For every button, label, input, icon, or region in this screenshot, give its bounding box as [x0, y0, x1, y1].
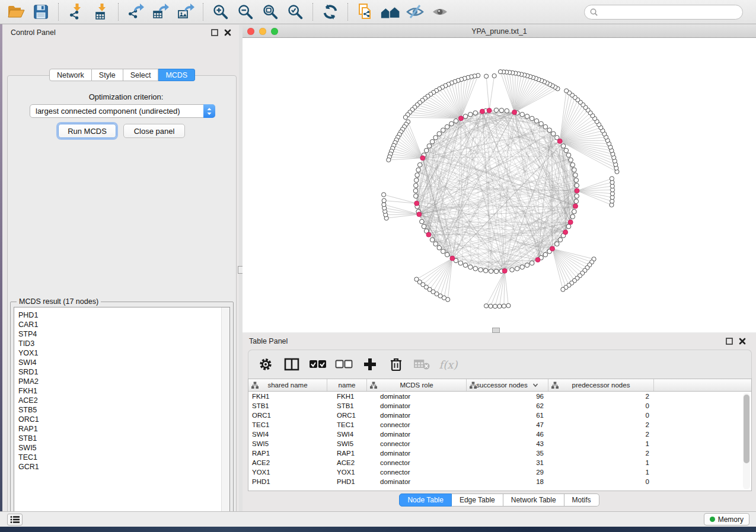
toolbar-button-refresh-layout[interactable] — [318, 1, 343, 23]
table-toolbar-button-check-pair[interactable] — [310, 357, 326, 372]
close-panel-icon[interactable] — [222, 27, 233, 38]
table-cell[interactable]: ORC1 — [327, 411, 367, 420]
mcds-result-item[interactable]: SWI4 — [18, 358, 229, 367]
table-cell[interactable]: 1 — [548, 439, 654, 448]
table-cell[interactable]: FKH1 — [327, 392, 367, 401]
toolbar-button-first-neighbors[interactable] — [378, 1, 403, 23]
table-cell[interactable]: connector — [367, 439, 467, 448]
mcds-result-item[interactable]: YOX1 — [18, 348, 229, 358]
table-cell[interactable]: 0 — [548, 411, 654, 420]
table-cell[interactable]: ACE2 — [248, 458, 327, 467]
toolbar-button-import-table[interactable] — [88, 1, 113, 23]
table-toolbar-button-columns[interactable] — [284, 357, 299, 372]
table-cell[interactable]: TEC1 — [327, 420, 367, 430]
tab-edge-table[interactable]: Edge Table — [452, 493, 503, 507]
mcds-result-item[interactable]: SWI5 — [18, 443, 229, 453]
table-cell[interactable]: PHD1 — [327, 477, 367, 486]
toolbar-button-zoom-selected[interactable] — [283, 1, 308, 23]
network-window-titlebar[interactable]: YPA_prune.txt_1 — [243, 25, 756, 38]
table-cell[interactable]: TEC1 — [248, 420, 327, 430]
table-toolbar-button-plus[interactable] — [362, 357, 378, 372]
optimization-criterion-select[interactable]: largest connected component (undirected) — [30, 104, 215, 118]
table-cell[interactable]: 62 — [467, 401, 548, 411]
column-header-name[interactable]: name — [327, 379, 367, 391]
table-cell[interactable]: SWI4 — [248, 430, 327, 439]
table-cell[interactable]: dominator — [367, 392, 467, 401]
table-cell[interactable]: 0 — [548, 401, 654, 411]
search-box[interactable] — [584, 5, 743, 20]
search-input[interactable] — [602, 7, 742, 18]
table-cell[interactable]: ORC1 — [248, 411, 327, 420]
tab-motifs[interactable]: Motifs — [564, 493, 599, 507]
table-row[interactable]: TEC1TEC1connector472 — [248, 420, 751, 430]
tab-select[interactable]: Select — [123, 69, 159, 81]
toolbar-button-show-all[interactable] — [428, 1, 452, 23]
tab-network-table[interactable]: Network Table — [503, 493, 564, 507]
table-cell[interactable]: PHD1 — [248, 477, 327, 486]
table-cell[interactable]: RAP1 — [327, 448, 367, 458]
mcds-result-item[interactable]: STB1 — [18, 434, 229, 443]
memory-button[interactable]: Memory — [704, 513, 749, 525]
table-scrollbar-thumb[interactable] — [744, 395, 749, 463]
automation-panel-button[interactable] — [7, 514, 23, 525]
mcds-result-item[interactable]: CAR1 — [18, 320, 229, 329]
table-cell[interactable]: 18 — [467, 477, 548, 486]
toolbar-button-zoom-out[interactable] — [233, 1, 258, 23]
table-row[interactable]: FKH1FKH1dominator962 — [248, 392, 751, 401]
table-cell[interactable]: STB1 — [248, 401, 327, 411]
table-cell[interactable]: 31 — [467, 458, 548, 467]
table-scrollbar[interactable] — [743, 393, 750, 489]
network-view-canvas[interactable] — [243, 38, 756, 332]
table-cell[interactable]: 35 — [467, 448, 548, 458]
table-cell[interactable]: 29 — [467, 467, 548, 477]
table-cell[interactable]: 2 — [548, 420, 654, 430]
table-cell[interactable]: connector — [367, 458, 467, 467]
toolbar-button-zoom-in[interactable] — [208, 1, 233, 23]
network-graph[interactable] — [243, 38, 756, 332]
table-cell[interactable]: connector — [367, 467, 467, 477]
table-row[interactable]: ACE2ACE2connector311 — [248, 458, 751, 467]
table-cell[interactable]: 2 — [548, 392, 654, 401]
close-table-panel-icon[interactable] — [737, 336, 748, 347]
table-row[interactable]: ORC1ORC1dominator610 — [248, 411, 751, 420]
select-stepper-icon[interactable] — [203, 104, 215, 118]
table-cell[interactable]: dominator — [367, 401, 467, 411]
table-cell[interactable]: RAP1 — [248, 448, 327, 458]
table-cell[interactable]: 2 — [548, 430, 654, 439]
toolbar-button-import-network[interactable] — [63, 1, 88, 23]
mcds-result-item[interactable]: ORC1 — [18, 415, 229, 424]
sort-menu-icon[interactable] — [532, 383, 538, 387]
mcds-result-item[interactable]: RAP1 — [18, 424, 229, 434]
table-cell[interactable]: 47 — [467, 420, 548, 430]
table-cell[interactable]: dominator — [367, 477, 467, 486]
toolbar-button-save-session[interactable] — [28, 1, 53, 23]
toolbar-button-export-network[interactable] — [123, 1, 148, 23]
mcds-result-item[interactable]: TID3 — [18, 339, 229, 348]
table-cell[interactable]: YOX1 — [327, 467, 367, 477]
table-cell[interactable]: STB1 — [327, 401, 367, 411]
table-cell[interactable]: YOX1 — [248, 467, 327, 477]
table-row[interactable]: SWI5SWI5connector431 — [248, 439, 751, 448]
table-toolbar-button-trash[interactable] — [388, 357, 404, 372]
table-cell[interactable]: 43 — [467, 439, 548, 448]
float-panel-icon[interactable] — [209, 27, 220, 38]
table-cell[interactable]: 1 — [548, 458, 654, 467]
toolbar-button-new-network-from-selection[interactable] — [353, 1, 378, 23]
table-row[interactable]: RAP1RAP1dominator352 — [248, 448, 751, 458]
table-cell[interactable]: SWI5 — [327, 439, 367, 448]
table-cell[interactable]: ACE2 — [327, 458, 367, 467]
table-cell[interactable]: FKH1 — [248, 392, 327, 401]
tab-mcds[interactable]: MCDS — [158, 69, 195, 81]
table-row[interactable]: STB1STB1dominator620 — [248, 401, 751, 411]
table-row[interactable]: PHD1PHD1dominator180 — [248, 477, 751, 486]
table-row[interactable]: SWI4SWI4dominator462 — [248, 430, 751, 439]
mcds-list-scrollbar[interactable] — [221, 307, 229, 517]
column-header-shared-name[interactable]: shared name — [248, 379, 327, 391]
table-cell[interactable]: dominator — [367, 448, 467, 458]
column-header-successor-nodes[interactable]: successor nodes — [467, 379, 548, 391]
mcds-result-item[interactable]: TEC1 — [18, 453, 229, 462]
table-toolbar-button-gear[interactable] — [258, 357, 273, 372]
mcds-result-item[interactable]: ACE2 — [18, 396, 229, 405]
toolbar-button-export-image[interactable] — [173, 1, 198, 23]
tab-network[interactable]: Network — [49, 69, 92, 81]
